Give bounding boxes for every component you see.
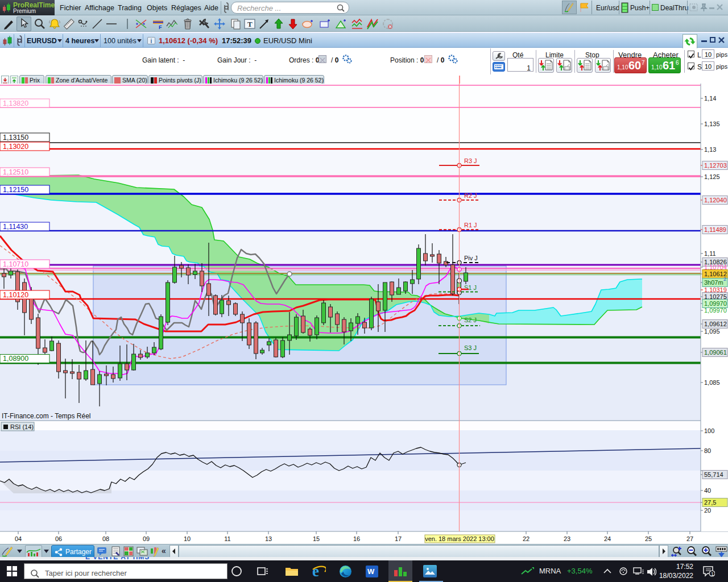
svg-text:24: 24	[604, 535, 611, 542]
svg-text:22: 22	[523, 535, 530, 542]
svg-text:1,135: 1,135	[704, 120, 720, 127]
svg-text:25: 25	[645, 535, 652, 542]
svg-text:1,095: 1,095	[704, 328, 720, 335]
svg-text:15: 15	[313, 535, 320, 542]
svg-text:08: 08	[102, 535, 109, 542]
svg-text:20: 20	[704, 507, 711, 514]
svg-text:1: 1	[711, 571, 714, 577]
svg-text:1,11489: 1,11489	[704, 226, 726, 233]
svg-text:1,12150: 1,12150	[3, 186, 28, 194]
svg-text:1,12040: 1,12040	[704, 197, 727, 203]
svg-text:3h07m: 3h07m	[704, 279, 723, 286]
svg-text:1,10120: 1,10120	[3, 291, 28, 299]
svg-text:06: 06	[55, 535, 62, 542]
svg-text:1,08900: 1,08900	[3, 355, 28, 363]
svg-text:R3 J: R3 J	[464, 157, 477, 164]
svg-text:Piv J: Piv J	[464, 255, 478, 261]
svg-text:80: 80	[704, 447, 711, 454]
svg-text:RSI (14): RSI (14)	[10, 423, 34, 430]
svg-text:04: 04	[15, 535, 22, 542]
svg-text:S2 J: S2 J	[464, 317, 477, 323]
svg-text:1,13020: 1,13020	[3, 143, 28, 151]
svg-text:1,11430: 1,11430	[3, 223, 28, 231]
svg-text:2: 2	[723, 276, 726, 282]
svg-text:27: 27	[686, 535, 693, 542]
svg-text:1,085: 1,085	[704, 379, 720, 386]
svg-text:1,13: 1,13	[704, 146, 716, 153]
svg-text:F: F	[159, 24, 162, 30]
svg-text:1,12703: 1,12703	[704, 162, 727, 169]
svg-text:27,5: 27,5	[704, 499, 716, 506]
svg-text:S3 J: S3 J	[464, 344, 477, 351]
svg-text:1,09061: 1,09061	[704, 349, 727, 356]
svg-text:T: T	[247, 20, 253, 28]
svg-text:1,09612: 1,09612	[704, 321, 727, 327]
svg-text:1,14: 1,14	[704, 95, 716, 102]
svg-text:23: 23	[564, 535, 570, 542]
svg-text:55,714: 55,714	[704, 471, 723, 478]
svg-text:16: 16	[353, 535, 360, 542]
svg-text:1,125: 1,125	[704, 173, 720, 180]
svg-text:1,10710: 1,10710	[3, 260, 28, 268]
svg-text:1,09970: 1,09970	[704, 307, 727, 314]
svg-text:100: 100	[704, 427, 714, 434]
svg-text:e: e	[312, 564, 319, 579]
svg-text:11: 11	[224, 535, 230, 542]
svg-text:10: 10	[184, 535, 191, 542]
svg-text:09: 09	[143, 535, 150, 542]
svg-text:1,12510: 1,12510	[3, 168, 28, 176]
svg-text:13: 13	[265, 535, 272, 542]
svg-text:1,13150: 1,13150	[3, 134, 28, 142]
svg-text:17: 17	[395, 535, 402, 542]
svg-text:R2 J: R2 J	[464, 192, 477, 199]
svg-text:ven. 18 mars 2022 13:00: ven. 18 mars 2022 13:00	[425, 535, 494, 542]
svg-text:IT-Finance.com - Temps Réel: IT-Finance.com - Temps Réel	[2, 412, 91, 420]
svg-text:40: 40	[704, 487, 711, 494]
svg-text:1,11: 1,11	[704, 250, 716, 257]
svg-text:R1 J: R1 J	[464, 222, 477, 228]
svg-text:1,13820: 1,13820	[3, 99, 28, 107]
svg-text:1,09970: 1,09970	[704, 300, 727, 307]
